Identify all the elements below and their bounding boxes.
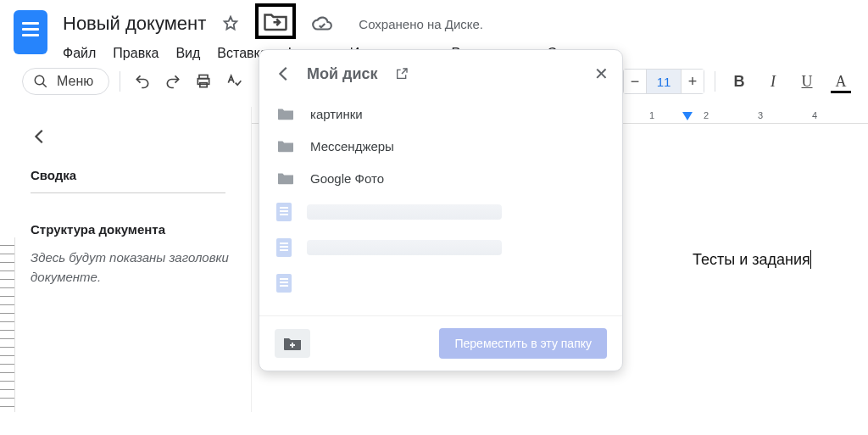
cloud-saved-icon (311, 14, 333, 33)
ruler-tick: 2 (679, 110, 733, 120)
toolbar-separator (120, 71, 120, 92)
doc-name-redacted (307, 204, 502, 220)
move-here-button[interactable]: Переместить в эту папку (439, 328, 607, 359)
document-title[interactable]: Новый документ (63, 13, 206, 35)
outline-hint: Здесь будут показаны заголовки документе… (31, 248, 251, 287)
indent-marker-icon[interactable] (682, 112, 693, 120)
move-dialog: Мой диск ✕ картинки Мессенджеры Google Ф… (259, 49, 623, 371)
outline-panel: Сводка Структура документа Здесь будут п… (0, 107, 252, 412)
star-icon[interactable] (221, 14, 240, 33)
dialog-close-button[interactable]: ✕ (594, 64, 609, 84)
saved-status: Сохранено на Диске. (359, 17, 483, 31)
open-in-new-icon[interactable] (395, 67, 409, 81)
doc-item[interactable] (264, 194, 617, 230)
fontsize-increase[interactable]: + (681, 69, 704, 94)
folder-item[interactable]: картинки (264, 98, 617, 130)
menu-edit[interactable]: Правка (113, 46, 159, 61)
fontsize-input[interactable]: 11 (647, 69, 681, 94)
outline-structure-heading: Структура документа (31, 222, 251, 237)
menu-file[interactable]: Файл (63, 46, 96, 61)
bold-button[interactable]: B (726, 68, 753, 95)
folder-item[interactable]: Мессенджеры (264, 130, 617, 162)
redo-button[interactable] (161, 73, 185, 90)
outline-summary-heading: Сводка (31, 168, 251, 182)
outline-divider (31, 192, 225, 193)
text-caret (810, 250, 811, 269)
folder-icon (276, 106, 295, 121)
svg-point-0 (35, 75, 44, 85)
doc-name-redacted (307, 240, 502, 255)
ruler-tick: 1 (625, 110, 679, 120)
doc-icon (276, 238, 292, 257)
toolbar-separator (715, 71, 715, 92)
menu-search[interactable]: Меню (22, 68, 109, 95)
folder-name: Google Фото (310, 171, 384, 186)
search-icon (33, 74, 48, 89)
docs-logo[interactable] (14, 10, 47, 54)
dialog-body[interactable]: картинки Мессенджеры Google Фото (259, 98, 622, 315)
undo-button[interactable] (131, 73, 154, 90)
spellcheck-button[interactable] (222, 73, 246, 90)
folder-item[interactable]: Google Фото (264, 162, 617, 194)
folder-icon (276, 170, 295, 186)
folder-name: Мессенджеры (310, 139, 394, 153)
menu-search-label: Меню (57, 74, 93, 89)
svg-rect-5 (290, 344, 295, 346)
outline-back-button[interactable] (31, 127, 251, 146)
doc-item[interactable] (264, 230, 617, 265)
dialog-back-button[interactable] (275, 64, 293, 83)
underline-button[interactable]: U (793, 68, 821, 95)
doc-item[interactable] (264, 265, 617, 294)
doc-icon (276, 203, 292, 221)
folder-icon (276, 138, 295, 153)
document-body-text: Тесты и задания (693, 251, 810, 269)
menu-view[interactable]: Вид (175, 46, 200, 61)
dialog-title: Мой диск (307, 65, 378, 83)
folder-name: картинки (310, 107, 363, 121)
move-icon[interactable] (255, 3, 296, 39)
italic-button[interactable]: I (760, 68, 787, 95)
new-folder-button[interactable] (275, 329, 310, 358)
doc-icon (276, 274, 292, 293)
fontsize-decrease[interactable]: − (623, 69, 647, 94)
ruler-tick: 4 (787, 110, 842, 120)
text-color-button[interactable]: A (827, 68, 854, 95)
print-button[interactable] (192, 73, 215, 90)
ruler-tick: 3 (733, 110, 787, 120)
